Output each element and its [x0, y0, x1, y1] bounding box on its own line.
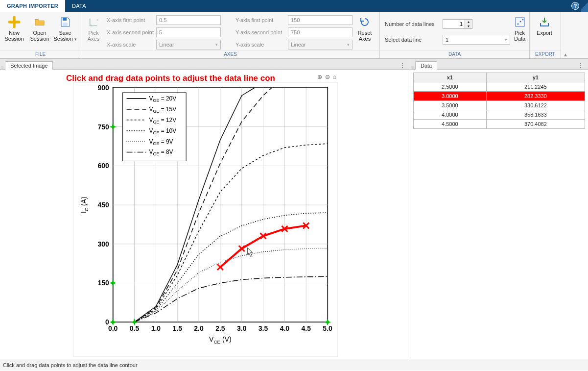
table-row[interactable]: 4.5000370.4082 — [414, 120, 585, 129]
ribbon-group-export: Export EXPORT — [530, 12, 561, 58]
status-bar: Click and drag data points to adjust the… — [0, 359, 588, 371]
num-lines-spinner[interactable]: ▲▼ — [443, 19, 511, 29]
cell-x[interactable]: 4.0000 — [414, 110, 487, 120]
cell-y[interactable]: 211.2245 — [486, 82, 585, 92]
table-header-x[interactable]: x1 — [414, 73, 487, 82]
pick-data-icon — [513, 15, 527, 29]
export-icon — [538, 15, 551, 29]
num-lines-input[interactable] — [443, 19, 465, 29]
export-button[interactable]: Export — [532, 13, 557, 49]
ribbon: NewSession OpenSession SaveSession FILE … — [0, 12, 588, 59]
ribbon-group-label: EXPORT — [530, 50, 561, 58]
svg-text:1.5: 1.5 — [173, 324, 183, 332]
zoom-out-icon[interactable]: ⊖ — [325, 74, 330, 80]
svg-text:300: 300 — [97, 240, 109, 248]
panel-drag-handle-icon[interactable] — [1, 67, 5, 69]
select-line-dropdown[interactable]: 1 — [443, 35, 510, 45]
table-row[interactable]: 4.0000358.1633 — [414, 110, 585, 120]
table-header-y[interactable]: y1 — [486, 73, 585, 82]
panel-menu-button[interactable]: ⋮ — [573, 61, 588, 69]
open-session-button[interactable]: OpenSession — [27, 13, 52, 49]
table-row[interactable]: 3.5000330.6122 — [414, 101, 585, 110]
svg-text:0: 0 — [105, 318, 109, 326]
new-session-button[interactable]: NewSession — [2, 13, 26, 49]
pick-axes-button: yx PickAxes — [83, 13, 104, 49]
cell-y[interactable]: 370.4082 — [486, 120, 585, 129]
svg-text:5.0: 5.0 — [323, 324, 332, 332]
svg-point-7 — [522, 19, 523, 21]
panel-tab-data[interactable]: Data — [415, 61, 437, 70]
x-second-input — [156, 27, 221, 37]
spinner-down-icon[interactable]: ▼ — [465, 24, 472, 28]
zoom-toolbar: ⊕ ⊖ ⌂ — [317, 74, 336, 80]
svg-rect-0 — [63, 18, 67, 21]
svg-text:1.0: 1.0 — [151, 324, 161, 332]
cell-y[interactable]: 330.6122 — [486, 101, 585, 110]
ribbon-group-label: FILE — [0, 50, 81, 58]
x-scale-select: Linear — [156, 40, 221, 49]
y-first-input — [288, 15, 353, 25]
cell-y[interactable]: 282.3330 — [486, 92, 585, 101]
panel-menu-button[interactable]: ⋮ — [395, 61, 410, 69]
save-session-button[interactable]: SaveSession — [53, 13, 77, 49]
y-second-label: Y-axis second point — [234, 29, 286, 35]
tab-data[interactable]: DATA — [65, 0, 93, 12]
app-tabstrip: GRAPH IMPORTER DATA ? — [0, 0, 588, 12]
selected-image-panel: Selected Image ⋮ Click and drag data poi… — [0, 59, 410, 359]
cell-x[interactable]: 3.5000 — [414, 101, 487, 110]
y-first-label: Y-axis first point — [234, 17, 286, 23]
y-scale-select: Linear — [288, 40, 353, 49]
tabstrip-corner — [581, 0, 588, 12]
ribbon-group-data: Number of data lines ▲▼ Select data line… — [380, 12, 530, 58]
svg-text:VGE = 8V: VGE = 8V — [149, 148, 173, 156]
spinner-up-icon[interactable]: ▲ — [465, 20, 472, 24]
cell-x[interactable]: 2.5000 — [414, 82, 487, 92]
svg-text:750: 750 — [97, 123, 109, 131]
panel-tabbar: Selected Image ⋮ — [0, 59, 410, 70]
help-button[interactable]: ? — [569, 0, 581, 12]
svg-text:3.5: 3.5 — [259, 324, 268, 332]
svg-text:4.0: 4.0 — [280, 324, 290, 332]
svg-text:900: 900 — [97, 84, 109, 92]
ribbon-collapse-button[interactable]: ▲ — [561, 12, 570, 58]
svg-text:VCE (V): VCE (V) — [209, 335, 232, 345]
svg-text:2.5: 2.5 — [215, 324, 225, 332]
data-panel: Data ⋮ x1 y1 2.5000211.22453.0000282.333… — [410, 59, 588, 359]
data-table[interactable]: x1 y1 2.5000211.22453.0000282.33303.5000… — [413, 73, 585, 129]
content-area: Selected Image ⋮ Click and drag data poi… — [0, 59, 588, 359]
svg-text:600: 600 — [97, 162, 109, 170]
panel-drag-handle-icon[interactable] — [411, 67, 415, 69]
panel-tabbar: Data ⋮ — [410, 59, 588, 70]
svg-text:3.0: 3.0 — [237, 324, 247, 332]
svg-text:4.5: 4.5 — [302, 324, 311, 332]
x-scale-label: X-axis scale — [105, 42, 155, 48]
table-row[interactable]: 3.0000282.3330 — [414, 92, 585, 101]
table-row[interactable]: 2.5000211.2245 — [414, 82, 585, 92]
reset-icon — [358, 15, 372, 29]
tab-graph-importer[interactable]: GRAPH IMPORTER — [0, 0, 65, 12]
svg-text:450: 450 — [97, 201, 109, 209]
y-second-input — [288, 27, 353, 37]
image-panel-body[interactable]: Click and drag data points to adjust the… — [0, 70, 410, 359]
save-icon — [58, 15, 72, 29]
axes-input-grid: X-axis first point Y-axis first point X-… — [105, 13, 353, 50]
panel-tab-selected-image[interactable]: Selected Image — [5, 61, 53, 70]
ribbon-group-label: AXES — [81, 50, 379, 58]
ribbon-group-label: DATA — [380, 50, 529, 58]
cell-x[interactable]: 3.0000 — [414, 92, 487, 101]
chart-canvas[interactable]: 0.00.51.01.52.02.53.03.54.04.55.00150300… — [73, 82, 338, 357]
x-second-label: X-axis second point — [105, 29, 155, 35]
cell-x[interactable]: 4.5000 — [414, 120, 487, 129]
y-scale-label: Y-axis scale — [234, 42, 286, 48]
cell-y[interactable]: 358.1633 — [486, 110, 585, 120]
home-icon[interactable]: ⌂ — [333, 74, 336, 80]
svg-text:VGE = 9V: VGE = 9V — [149, 138, 173, 146]
instruction-hint: Click and drag data points to adjust the… — [0, 74, 341, 83]
svg-text:IC (A): IC (A) — [80, 197, 89, 213]
ribbon-group-file: NewSession OpenSession SaveSession FILE — [0, 12, 81, 58]
pick-data-button[interactable]: PickData — [512, 13, 527, 49]
svg-point-5 — [517, 24, 518, 25]
reset-axes-button[interactable]: ResetAxes — [353, 13, 376, 49]
ribbon-group-axes: yx PickAxes X-axis first point Y-axis fi… — [81, 12, 380, 58]
zoom-in-icon[interactable]: ⊕ — [317, 74, 322, 80]
